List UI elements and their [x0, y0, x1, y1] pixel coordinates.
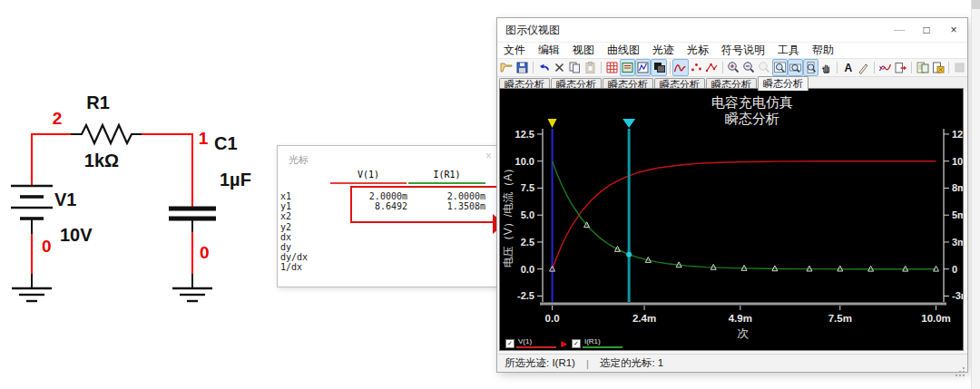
menu-view[interactable]: 视图 — [566, 43, 601, 58]
open-icon[interactable] — [499, 59, 514, 76]
menu-tools[interactable]: 工具 — [771, 43, 806, 58]
zoom-100-icon[interactable] — [772, 59, 788, 76]
svg-text:0.0: 0.0 — [545, 313, 560, 324]
toolbar: A — [497, 59, 967, 77]
wire-net-1[interactable] — [142, 134, 192, 207]
cursor-value-ir1 — [407, 242, 485, 252]
resistor-r1[interactable] — [71, 125, 142, 143]
column-header-v1: V(1) — [330, 170, 407, 184]
menu-legend[interactable]: 符号说明 — [715, 43, 771, 58]
paste-icon[interactable] — [583, 59, 598, 76]
menu-bar: 文件编辑视图曲线图光迹光标符号说明工具帮助 — [497, 43, 967, 59]
cursor-dialog[interactable]: 光标 × V(1) I(R1) x12.0000m2.0000my18.6492… — [277, 145, 498, 287]
copy-icon[interactable] — [567, 59, 583, 76]
cursor-2-flag-icon[interactable] — [622, 119, 635, 128]
menu-graph[interactable]: 曲线图 — [601, 43, 646, 58]
minimize-button[interactable]: — — [886, 20, 913, 40]
cursor-row-y2: y2 — [280, 222, 491, 232]
legend-line-icon — [516, 346, 556, 348]
trace-icon[interactable] — [672, 59, 688, 76]
tab-transient-analysis-6[interactable]: 瞬态分析 — [758, 76, 808, 91]
hand-icon[interactable] — [818, 59, 834, 76]
trace-line-icon[interactable] — [704, 59, 720, 76]
delete-icon[interactable] — [552, 59, 567, 76]
close-icon[interactable]: × — [485, 150, 492, 162]
node-label-2: 2 — [53, 109, 63, 128]
axes-icon[interactable] — [635, 59, 651, 76]
window-titlebar[interactable]: 图示仪视图 —□× — [497, 18, 967, 43]
legend-label: I(R1) — [583, 338, 622, 345]
legend-checkbox[interactable]: ✓ — [572, 339, 581, 348]
resistor-ref-label: R1 — [86, 92, 110, 112]
svg-text:电压（V）/电流（A）: 电压（V）/电流（A） — [502, 163, 514, 267]
page-root: R1 1kΩ C1 1µF V1 10V 2 1 0 0 光标 × V(1) I… — [0, 0, 980, 389]
status-selected-trace: 所选光迹: I(R1) — [505, 356, 575, 370]
close-button[interactable]: × — [940, 20, 967, 40]
cursor-row-dx: dx — [280, 232, 491, 242]
save-icon[interactable] — [514, 59, 530, 76]
toolbar-separator — [670, 62, 671, 73]
wire-net-2[interactable] — [32, 134, 71, 186]
legend-item-ir1: ✓I(R1) — [572, 338, 622, 348]
text-icon[interactable]: A — [840, 59, 856, 76]
svg-text:10.0m: 10.0m — [921, 313, 951, 324]
svg-text:5m: 5m — [952, 209, 963, 220]
toolbar-separator — [948, 62, 949, 73]
chart-legend: ✓V(1)▶✓I(R1) — [505, 334, 622, 348]
zoom-width-icon[interactable] — [788, 59, 803, 76]
overlay-traces-icon[interactable] — [877, 59, 893, 76]
export-excel-icon[interactable] — [930, 59, 946, 76]
menu-trace[interactable]: 光迹 — [646, 43, 681, 58]
series-ir1[interactable] — [553, 161, 936, 269]
app-scrollbar[interactable] — [971, 0, 980, 389]
ground-left[interactable] — [12, 288, 52, 301]
cursor-row-label: y2 — [280, 222, 330, 232]
grid-icon[interactable] — [604, 59, 620, 76]
export-icon[interactable] — [893, 59, 908, 76]
chart-area[interactable]: 12.512m10.010m7.58m5.05m2.53m0.00-2.5-3m… — [499, 88, 964, 351]
window-title: 图示仪视图 — [497, 23, 886, 38]
node-label-0-left: 0 — [42, 237, 52, 256]
copy-graph-icon[interactable] — [915, 59, 930, 76]
chart-plot[interactable]: 12.512m10.010m7.58m5.05m2.53m0.00-2.5-3m… — [500, 89, 963, 350]
zoom-out-icon[interactable] — [741, 59, 757, 76]
zoom-in-icon[interactable] — [726, 59, 741, 76]
scrollbar-thumb[interactable] — [972, 0, 980, 9]
resize-grip-icon[interactable] — [963, 367, 965, 369]
menu-cursor[interactable]: 光标 — [681, 43, 715, 58]
zoom-height-icon[interactable] — [803, 59, 818, 76]
highlight-box — [350, 186, 499, 223]
svg-text:2.4m: 2.4m — [632, 313, 656, 324]
legend-icon[interactable] — [620, 59, 635, 76]
legend-checkbox[interactable]: ✓ — [505, 339, 514, 348]
menu-edit[interactable]: 编辑 — [532, 43, 566, 58]
capacitor-ref-label: C1 — [214, 133, 238, 153]
capacitor-value-label: 1µF — [220, 170, 251, 190]
circuit-schematic: R1 1kΩ C1 1µF V1 10V 2 1 0 0 — [0, 73, 272, 326]
pointer-icon[interactable] — [856, 59, 871, 76]
stop-icon[interactable] — [952, 59, 967, 76]
cursor-value-v1 — [330, 232, 407, 242]
trace-dots-icon[interactable] — [689, 59, 704, 76]
series-v1[interactable] — [553, 161, 936, 269]
toolbar-separator — [911, 62, 912, 73]
ground-right[interactable] — [172, 288, 212, 301]
svg-text:0: 0 — [952, 264, 957, 275]
toolbar-separator — [601, 62, 602, 73]
column-header-ir1: I(R1) — [408, 170, 485, 184]
menu-file[interactable]: 文件 — [497, 43, 532, 58]
window-controls: —□× — [886, 20, 967, 40]
maximize-button[interactable]: □ — [913, 20, 940, 40]
svg-text:7.5: 7.5 — [521, 182, 534, 193]
svg-text:电容充电仿真: 电容充电仿真 — [711, 94, 793, 110]
cursor-table-header: V(1) I(R1) — [278, 170, 497, 184]
zoom-area-icon[interactable] — [757, 59, 772, 76]
cursor-value-ir1 — [407, 262, 485, 272]
legend-label: V(1) — [516, 338, 556, 345]
resistor-value-label: 1kΩ — [84, 151, 119, 170]
cursor-1-flag-icon[interactable] — [548, 119, 557, 128]
undo-icon[interactable] — [536, 59, 552, 76]
blackbox-icon[interactable] — [651, 59, 666, 76]
menu-help[interactable]: 帮助 — [806, 43, 840, 58]
status-divider: | — [586, 358, 589, 369]
